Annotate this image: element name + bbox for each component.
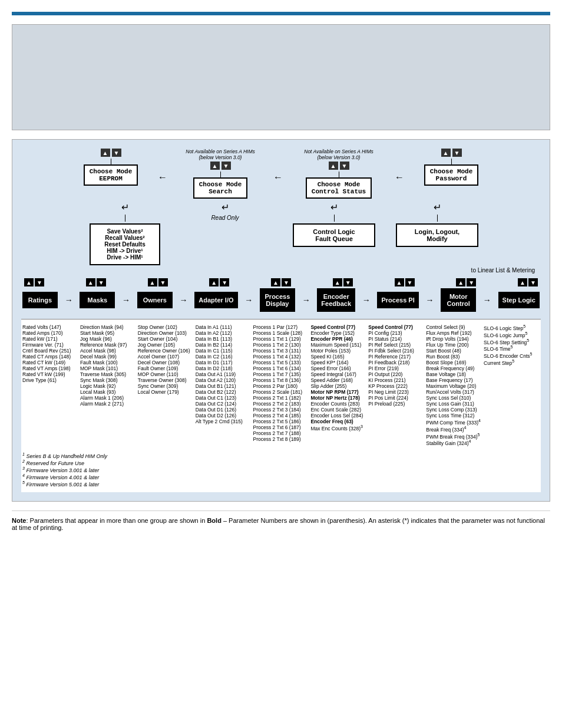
category-motor-control[interactable]: Motor Control: [441, 288, 476, 312]
read-only-label: Read Only: [211, 215, 239, 221]
encoderfeedback-down[interactable]: ▼: [343, 278, 353, 286]
nav-arrows-6: ▲ ▼: [333, 278, 353, 286]
param-process1-txt7: Process 1 Txt 7 (135): [253, 371, 309, 377]
search-down-arrow[interactable]: ▼: [222, 162, 231, 170]
login-logout-box[interactable]: Login, Logout,Modify: [396, 223, 478, 247]
param-ir-drop-volts: IR Drop Volts (194): [426, 336, 482, 342]
cat-arrow-2: →: [122, 295, 130, 305]
param-break-frequency: Break Frequency (49): [426, 365, 482, 371]
params-owners: Stop Owner (102) Direction Owner (103) S…: [138, 324, 194, 446]
enter-4: ↵: [434, 202, 441, 213]
nav-arrows-3: ▲ ▼: [148, 278, 168, 286]
processpi-down[interactable]: ▼: [405, 278, 415, 286]
params-encoder-feedback: Speed Control (77) Encoder Type (152) En…: [310, 324, 366, 446]
processdisplay-up[interactable]: ▲: [271, 278, 280, 286]
header-area: [12, 24, 550, 130]
category-owners[interactable]: Owners: [137, 292, 173, 308]
param-pi-ref-select: PI Ref Select (215): [368, 342, 424, 348]
processdisplay-down[interactable]: ▼: [282, 278, 291, 286]
adapterio-down[interactable]: ▼: [220, 278, 229, 286]
owners-down[interactable]: ▼: [158, 278, 168, 286]
param-pi-pos-limit: PI Pos Limit (224): [368, 395, 424, 401]
param-process2-txt6: Process 2 Txt 6 (187): [253, 424, 309, 430]
param-rated-ct-kw: Rated CT kW (149): [22, 360, 78, 365]
vert-lines-row: Read Only: [21, 215, 541, 222]
param-decel-mask: Decel Mask (99): [80, 354, 136, 360]
save-recall-box[interactable]: Save Values² Recall Values² Reset Defaul…: [90, 223, 160, 265]
param-pi-feedback: PI Feedback (218): [368, 360, 424, 365]
masks-down[interactable]: ▼: [97, 278, 106, 286]
adapterio-up[interactable]: ▲: [209, 278, 219, 286]
mode-eeprom-box[interactable]: Choose ModeEEPROM: [84, 164, 138, 186]
param-local-mask: Local Mask (93): [80, 389, 136, 395]
enter-2: ↵: [222, 202, 229, 213]
connector-arrow-3: ←: [395, 172, 404, 183]
category-process-pi[interactable]: Process PI: [377, 292, 418, 308]
param-enc-count-scale: Enc Count Scale (282): [310, 407, 366, 413]
param-boost-slope: Boost Slope (169): [426, 360, 482, 365]
control-status-down-arrow[interactable]: ▼: [340, 162, 349, 170]
nav-arrows-7: ▲ ▼: [395, 278, 415, 286]
param-data-in-c1: Data In C1 (115): [196, 348, 252, 354]
param-slo6-logic-jump: SLO-6 Logic Jump5: [484, 331, 540, 338]
password-down-arrow[interactable]: ▼: [452, 149, 462, 157]
category-adapter-io[interactable]: Adapter I/O: [194, 292, 237, 308]
param-direction-owner: Direction Owner (103): [138, 330, 194, 336]
ratings-down[interactable]: ▼: [35, 278, 44, 286]
param-encoder-type: Encoder Type (152): [310, 330, 366, 336]
category-masks[interactable]: Masks: [80, 292, 115, 308]
param-local-owner: Local Owner (179): [138, 389, 194, 395]
param-run-accel-volts: Run/Accel Volts (317): [426, 389, 482, 395]
motorcontrol-up[interactable]: ▲: [456, 278, 465, 286]
cat-arrow-8: →: [483, 295, 491, 305]
param-process2-txt4: Process 2 Txt 4 (185): [253, 413, 309, 419]
processpi-up[interactable]: ▲: [395, 278, 404, 286]
param-rated-amps: Rated Amps (170): [22, 330, 78, 336]
params-motor-control: Control Select (9) Flux Amps Ref (192) I…: [426, 324, 482, 446]
category-step-logic[interactable]: Step Logic: [498, 292, 540, 308]
category-ratings[interactable]: Ratings: [22, 292, 58, 308]
param-data-out-c2: Data Out C2 (124): [196, 401, 252, 407]
param-data-in-a1: Data In A1 (111): [196, 324, 252, 330]
eeprom-down-arrow[interactable]: ▼: [112, 149, 121, 157]
params-process-display: Process 1 Par (127) Process 1 Scale (128…: [253, 324, 309, 446]
param-speed-control-pi: Speed Control (77): [368, 324, 424, 330]
param-speed-integral: Speed Integral (167): [310, 371, 366, 377]
category-encoder-feedback[interactable]: Encoder Feedback: [317, 288, 355, 312]
param-mop-owner: MOP Owner (110): [138, 371, 194, 377]
category-process-display[interactable]: Process Display: [260, 288, 295, 312]
connector-arrow-2: ←: [273, 172, 283, 183]
mode-search-box[interactable]: Choose ModeSearch: [193, 177, 248, 199]
encoderfeedback-up[interactable]: ▲: [333, 278, 342, 286]
param-fault-owner: Fault Owner (109): [138, 365, 194, 371]
cat-arrow-5: →: [302, 295, 310, 305]
param-traverse-mask: Traverse Mask (305): [80, 371, 136, 377]
control-status-up-arrow[interactable]: ▲: [329, 162, 338, 170]
mode-password-box[interactable]: Choose ModePassword: [424, 164, 479, 186]
param-slo6-step-setting: SLO-6 Step Setting5: [484, 338, 540, 345]
steplogic-down[interactable]: ▼: [528, 278, 538, 286]
param-rated-vt-kw: Rated VT kW (199): [22, 371, 78, 377]
steplogic-up[interactable]: ▲: [518, 278, 527, 286]
param-flux-amps-ref: Flux Amps Ref (192): [426, 330, 482, 336]
control-logic-box[interactable]: Control LogicFault Queue: [293, 223, 375, 247]
motorcontrol-down[interactable]: ▼: [467, 278, 476, 286]
owners-up[interactable]: ▲: [148, 278, 157, 286]
param-pi-neg-limit: PI Neg Limit (223): [368, 389, 424, 395]
param-base-voltage: Base Voltage (18): [426, 371, 482, 377]
params-masks: Direction Mask (94) Start Mask (95) Jog …: [80, 324, 136, 446]
param-firmware-ver: Firmware Ver. (71): [22, 342, 78, 348]
params-adapter-io: Data In A1 (111) Data In A2 (112) Data I…: [196, 324, 252, 446]
masks-up[interactable]: ▲: [86, 278, 95, 286]
nav-arrows-5: ▲ ▼: [271, 278, 291, 286]
search-up-arrow[interactable]: ▲: [210, 162, 220, 170]
param-start-mask: Start Mask (95): [80, 330, 136, 336]
mode-control-status-box[interactable]: Choose ModeControl Status: [306, 177, 372, 199]
cat-arrow-6: →: [362, 295, 371, 305]
cat-arrow-7: →: [425, 295, 434, 305]
nav-arrows-1: ▲ ▼: [24, 278, 44, 286]
password-up-arrow[interactable]: ▲: [441, 149, 451, 157]
ratings-up[interactable]: ▲: [24, 278, 34, 286]
param-process1-txt8: Process 1 Txt 8 (136): [253, 377, 309, 383]
eeprom-up-arrow[interactable]: ▲: [101, 149, 110, 157]
